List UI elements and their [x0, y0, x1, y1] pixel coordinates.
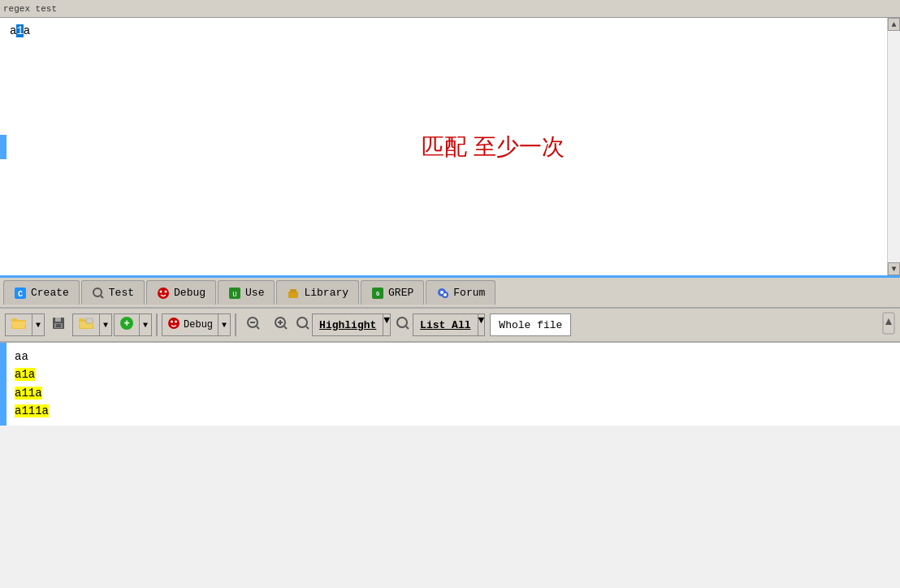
- copy-folder-group: ▼: [72, 313, 112, 336]
- copy-folder-arrow[interactable]: ▼: [99, 313, 112, 336]
- svg-text:G: G: [376, 291, 379, 297]
- tab-forum-label: Forum: [453, 287, 485, 299]
- svg-point-5: [160, 290, 162, 292]
- tab-use[interactable]: U Use: [218, 280, 275, 305]
- library-icon: [287, 287, 300, 300]
- result-line-3: a111a: [15, 402, 892, 420]
- toolbar-right-scroll[interactable]: [882, 312, 895, 338]
- debug-toolbar-label: Debug: [184, 319, 213, 331]
- folder-open-arrow[interactable]: ▼: [32, 313, 45, 336]
- bottom-section: aa a1a a11a a111a: [0, 343, 900, 426]
- svg-rect-9: [288, 292, 298, 298]
- result-highlighted-1: a1a: [15, 368, 35, 381]
- list-all-group: List All ▼: [396, 313, 485, 336]
- debug-toolbar-icon: [167, 317, 180, 333]
- separator-2: [235, 313, 236, 336]
- tab-library-label: Library: [304, 287, 348, 299]
- debug-group: Debug ▼: [162, 313, 231, 336]
- editor-scrollbar[interactable]: ▲ ▼: [887, 18, 900, 275]
- svg-line-28: [257, 326, 259, 329]
- svg-point-36: [397, 318, 407, 327]
- folder-open-group: ▼: [5, 313, 45, 336]
- svg-point-4: [158, 288, 169, 299]
- scroll-down-btn[interactable]: ▼: [888, 262, 900, 275]
- svg-point-6: [165, 290, 167, 292]
- results-area: aa a1a a11a a111a: [6, 343, 900, 426]
- folder-open-btn[interactable]: [5, 313, 32, 336]
- save-btn[interactable]: [46, 313, 71, 336]
- list-all-search-icon: [396, 316, 410, 334]
- create-icon: C: [14, 287, 27, 300]
- result-text-0: aa: [15, 350, 28, 363]
- list-all-label: List All: [420, 319, 470, 331]
- svg-rect-21: [86, 318, 93, 323]
- zoom-in-btn[interactable]: [268, 313, 294, 336]
- grep-icon: G: [371, 287, 384, 300]
- tab-use-label: Use: [245, 287, 264, 299]
- top-bar-text: regex test: [3, 4, 57, 14]
- editor-cursor: 1: [16, 24, 23, 37]
- tab-debug-label: Debug: [174, 287, 206, 299]
- green-circle-icon: +: [119, 316, 134, 334]
- center-label: 匹配 至少一次: [422, 132, 565, 162]
- svg-point-15: [440, 291, 444, 294]
- editor-area: a1a 匹配 至少一次 ▲ ▼: [0, 18, 900, 278]
- tab-grep[interactable]: G GREP: [361, 280, 424, 305]
- svg-point-34: [297, 318, 307, 327]
- whole-file-label: Whole file: [499, 319, 562, 331]
- debug-arrow[interactable]: ▼: [218, 313, 231, 336]
- svg-line-31: [284, 326, 287, 329]
- svg-point-16: [444, 293, 447, 296]
- top-bar: regex test: [0, 0, 900, 18]
- result-highlighted-3: a111a: [15, 404, 49, 417]
- save-icon: [52, 317, 65, 333]
- svg-text:C: C: [18, 290, 23, 299]
- svg-rect-18: [55, 318, 61, 322]
- scroll-up-btn[interactable]: ▲: [888, 18, 900, 31]
- editor-content[interactable]: a1a: [0, 18, 900, 44]
- svg-line-37: [406, 326, 409, 329]
- highlight-label: Highlight: [319, 319, 376, 331]
- left-blue-bar[interactable]: [0, 343, 6, 426]
- whole-file-btn[interactable]: Whole file: [490, 313, 571, 336]
- svg-point-24: [168, 318, 180, 329]
- tab-library[interactable]: Library: [276, 280, 359, 305]
- list-all-arrow[interactable]: ▼: [478, 313, 486, 336]
- green-circle-btn[interactable]: +: [114, 313, 139, 336]
- result-line-0: aa: [15, 348, 892, 365]
- debug-icon: [157, 287, 170, 300]
- zoom-out-btn[interactable]: [240, 313, 266, 336]
- result-line-2: a11a: [15, 384, 892, 402]
- svg-text:+: +: [123, 318, 129, 330]
- svg-point-2: [93, 288, 102, 296]
- zoom-in-icon: [274, 316, 288, 334]
- result-line-1: a1a: [15, 365, 892, 383]
- tab-create[interactable]: C Create: [3, 280, 80, 305]
- tab-test-label: Test: [109, 287, 134, 299]
- svg-point-25: [171, 321, 173, 323]
- tab-forum[interactable]: Forum: [426, 280, 495, 305]
- copy-folder-btn[interactable]: [72, 313, 99, 336]
- test-icon: [92, 287, 105, 300]
- separator-1: [156, 313, 158, 336]
- list-all-btn[interactable]: List All: [413, 313, 477, 336]
- svg-rect-10: [290, 289, 296, 292]
- copy-folder-icon: [78, 317, 94, 333]
- tab-create-label: Create: [31, 287, 69, 299]
- use-icon: U: [228, 287, 241, 300]
- highlight-arrow[interactable]: ▼: [383, 313, 391, 336]
- tab-debug[interactable]: Debug: [146, 280, 216, 305]
- svg-rect-20: [56, 324, 61, 327]
- green-circle-arrow[interactable]: ▼: [139, 313, 152, 336]
- toolbar: ▼ ▼: [0, 309, 900, 343]
- tab-test[interactable]: Test: [81, 280, 145, 305]
- tab-bar: C Create Test Debug U: [0, 278, 900, 309]
- left-resize-handle[interactable]: [0, 135, 6, 159]
- debug-toolbar-btn[interactable]: Debug: [162, 313, 218, 336]
- folder-open-icon: [11, 317, 27, 333]
- svg-point-26: [175, 321, 177, 323]
- highlight-btn[interactable]: Highlight: [312, 313, 383, 336]
- tab-grep-label: GREP: [388, 287, 413, 299]
- editor-after-cursor: a: [24, 24, 30, 37]
- svg-text:U: U: [232, 291, 236, 299]
